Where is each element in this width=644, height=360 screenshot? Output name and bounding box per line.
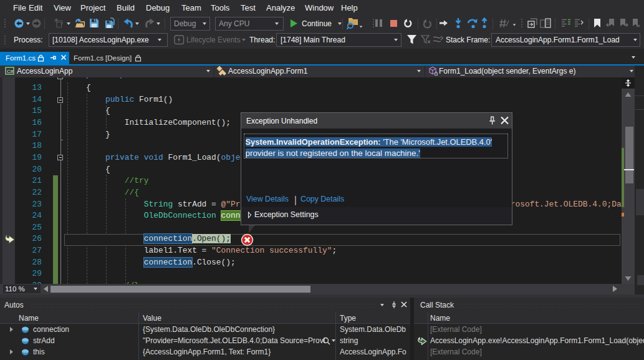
svg-text:C#: C# [7, 69, 14, 74]
